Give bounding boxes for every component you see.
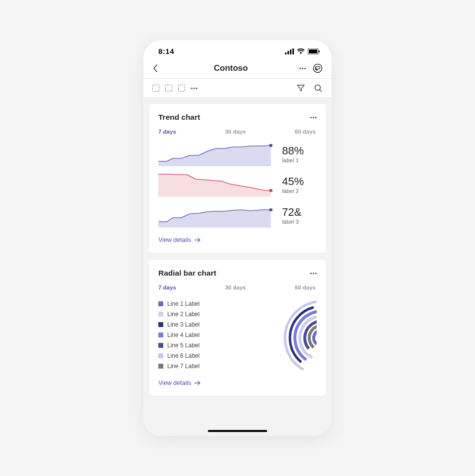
content-scroll[interactable]: Trend chart 7 days 30 days 60 days 88% l…	[143, 98, 332, 436]
svg-rect-1	[287, 51, 289, 54]
page-title: Contoso	[162, 63, 299, 73]
tab-7-days[interactable]: 7 days	[158, 129, 176, 135]
radial-tab-60-days[interactable]: 60 days	[295, 285, 316, 290]
svg-rect-0	[285, 52, 286, 54]
trend-chart-card: Trend chart 7 days 30 days 60 days 88% l…	[149, 104, 326, 253]
svg-line-9	[320, 90, 322, 92]
trend-card-title: Trend chart	[158, 113, 310, 122]
battery-icon	[308, 48, 320, 54]
more-button[interactable]	[299, 68, 306, 69]
radial-view-details-link[interactable]: View details	[158, 380, 201, 386]
filter-icon[interactable]	[297, 84, 305, 92]
radial-chart	[247, 298, 317, 378]
svg-rect-6	[319, 50, 320, 52]
app-header: Contoso	[143, 59, 332, 79]
toolbar-more-button[interactable]	[191, 88, 197, 89]
radial-card-more-button[interactable]	[310, 273, 317, 274]
back-button[interactable]	[152, 64, 162, 73]
search-icon[interactable]	[314, 84, 323, 93]
status-time: 8:14	[158, 47, 174, 55]
toolbar-slot-2[interactable]	[165, 85, 172, 92]
trend-value-3: 72&	[282, 207, 317, 218]
trend-row-1: 88% label 1	[158, 143, 317, 166]
comment-icon[interactable]	[313, 63, 323, 73]
trend-view-details-link[interactable]: View details	[158, 237, 201, 243]
trend-spark-1	[158, 143, 273, 166]
svg-point-12	[269, 208, 273, 211]
arrow-right-icon	[194, 381, 201, 385]
trend-value-1: 88%	[282, 145, 317, 156]
toolbar-slot-1[interactable]	[152, 85, 159, 92]
radial-card-title: Radial bar chart	[158, 269, 310, 278]
home-indicator[interactable]	[208, 430, 267, 432]
legend-item-5: Line 5 Label	[158, 342, 241, 349]
radial-legend: Line 1 Label Line 2 Label Line 3 Label L…	[158, 298, 241, 378]
trend-row-2: 45% label 2	[158, 173, 317, 197]
trend-label-2: label 2	[282, 188, 317, 194]
svg-point-10	[269, 144, 273, 147]
legend-item-6: Line 6 Label	[158, 352, 241, 359]
wifi-icon	[297, 48, 305, 54]
toolbar-slot-3[interactable]	[178, 85, 185, 92]
toolbar	[143, 79, 332, 98]
trend-row-3: 72& label 3	[158, 204, 317, 228]
trend-card-more-button[interactable]	[310, 117, 317, 118]
svg-point-7	[314, 64, 322, 73]
cellular-icon	[285, 48, 294, 54]
arrow-right-icon	[194, 238, 201, 242]
legend-item-7: Line 7 Label	[158, 363, 241, 370]
trend-label-3: label 3	[282, 219, 317, 225]
svg-rect-5	[309, 49, 317, 53]
phone-frame: 8:14 Contoso	[143, 40, 332, 436]
trend-tabs: 7 days 30 days 60 days	[158, 129, 317, 135]
radial-chart-card: Radial bar chart 7 days 30 days 60 days …	[149, 260, 326, 396]
svg-rect-3	[292, 48, 294, 54]
legend-item-3: Line 3 Label	[158, 321, 241, 328]
view-details-label: View details	[158, 380, 191, 386]
legend-item-1: Line 1 Label	[158, 300, 241, 307]
trend-spark-2	[158, 173, 273, 197]
view-details-label: View details	[158, 237, 191, 243]
trend-label-1: label 1	[282, 157, 317, 163]
svg-point-11	[269, 189, 273, 192]
radial-tab-30-days[interactable]: 30 days	[225, 285, 246, 290]
tab-60-days[interactable]: 60 days	[295, 129, 316, 135]
trend-value-2: 45%	[282, 176, 317, 187]
legend-item-4: Line 4 Label	[158, 332, 241, 338]
svg-point-8	[315, 85, 321, 91]
trend-spark-3	[158, 204, 273, 228]
legend-item-2: Line 2 Label	[158, 311, 241, 318]
status-bar: 8:14	[143, 40, 332, 59]
radial-tab-7-days[interactable]: 7 days	[158, 285, 176, 290]
tab-30-days[interactable]: 30 days	[225, 129, 246, 135]
status-icons	[285, 48, 320, 54]
radial-tabs: 7 days 30 days 60 days	[158, 285, 317, 290]
svg-rect-2	[290, 49, 291, 54]
